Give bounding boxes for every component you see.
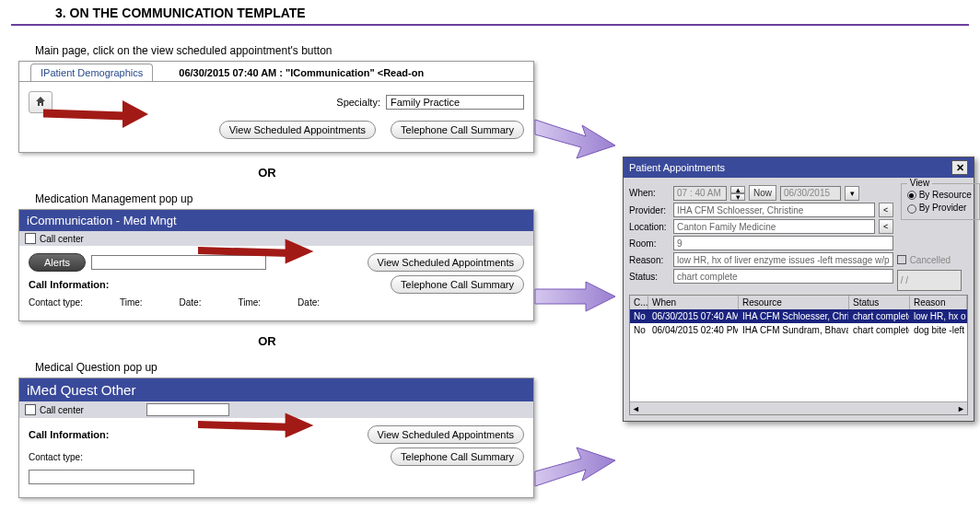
time-spinner-icon[interactable]: ▴▾	[730, 186, 745, 201]
reason-field[interactable]: low HR, hx of liver enzyme issues -left …	[673, 252, 893, 267]
scroll-left-icon[interactable]: ◄	[632, 404, 640, 413]
time-label: Time:	[120, 297, 143, 308]
cancelled-label: Cancelled	[910, 255, 951, 265]
when-date-field[interactable]: 06/30/2015	[780, 186, 841, 201]
table-cell: IHA CFM Schloesser, Christ...	[739, 309, 849, 323]
col-when[interactable]: When	[648, 296, 739, 309]
reason-label: Reason:	[629, 255, 670, 265]
red-instruction-arrow	[198, 239, 320, 264]
alerts-button[interactable]: Alerts	[29, 253, 86, 272]
by-provider-label: By Provider	[919, 203, 967, 213]
caption-quest: Medical Question pop up	[35, 361, 562, 374]
contact-type-label: Contact type:	[29, 452, 83, 462]
view-legend: View	[907, 178, 933, 188]
caption-med: Medication Management pop up	[35, 192, 562, 205]
tab-readonly-header: 06/30/2015 07:40 AM : "ICommunication" <…	[169, 64, 433, 81]
when-label: When:	[629, 188, 670, 198]
table-cell: IHA CFM Sundram, Bhavan...	[739, 323, 849, 337]
location-label: Location:	[629, 222, 670, 232]
by-resource-label: By Resource	[919, 190, 972, 200]
scroll-right-icon[interactable]: ►	[957, 404, 965, 413]
or-divider: OR	[9, 334, 525, 348]
or-divider: OR	[9, 166, 525, 180]
section-heading: 3. ON THE COMMUNICATION TEMPLATE	[11, 0, 969, 26]
table-cell: chart complete	[849, 323, 910, 337]
now-button[interactable]: Now	[749, 185, 776, 201]
status-label: Status:	[629, 272, 670, 282]
table-cell: No	[630, 323, 648, 337]
contact-type-label: Contact type:	[29, 297, 83, 308]
date-label-2: Date:	[298, 297, 320, 308]
view-scheduled-appointments-button[interactable]: View Scheduled Appointments	[368, 253, 524, 272]
table-cell: dog bite -left message w/a	[910, 323, 967, 337]
location-field[interactable]: Canton Family Medicine	[673, 219, 875, 234]
dialog-title: Patient Appointments	[629, 162, 725, 173]
grid-empty-area	[630, 337, 967, 401]
when-time-field[interactable]: 07 : 40 AM	[673, 186, 727, 201]
specialty-label: Specialty:	[336, 97, 380, 108]
specialty-field[interactable]: Family Practice	[386, 95, 524, 110]
col-cancelled[interactable]: C...	[630, 296, 648, 309]
call-center-label: Call center	[40, 405, 84, 415]
cancelled-date-field: / /	[897, 270, 962, 291]
red-instruction-arrow	[43, 100, 154, 128]
call-center-checkbox[interactable]	[25, 233, 36, 244]
table-cell: chart complete	[849, 309, 910, 323]
table-cell: 06/30/2015 07:40 AM	[648, 309, 739, 323]
imed-quest-title: iMed Quest Other	[19, 378, 533, 401]
room-label: Room:	[629, 238, 670, 249]
purple-flow-arrow	[531, 278, 619, 315]
view-groupbox: View By Resource By Provider	[901, 183, 980, 220]
red-instruction-arrow	[198, 413, 320, 438]
telephone-call-summary-button[interactable]: Telephone Call Summary	[391, 447, 524, 466]
table-cell: low HR, hx of liver enzyme	[910, 309, 967, 323]
lookup-icon[interactable]: <	[879, 219, 893, 234]
table-cell: No	[630, 309, 648, 323]
lookup-icon[interactable]: <	[879, 203, 893, 217]
time-label-2: Time:	[238, 297, 261, 308]
table-cell: 06/04/2015 02:40 PM	[648, 323, 739, 337]
table-row[interactable]: No06/04/2015 02:40 PMIHA CFM Sundram, Bh…	[630, 323, 967, 337]
call-center-checkbox[interactable]	[25, 404, 36, 415]
contact-type-field[interactable]	[29, 470, 194, 484]
call-information-label: Call Information:	[29, 429, 109, 440]
table-row[interactable]: No06/30/2015 07:40 AMIHA CFM Schloesser,…	[630, 309, 967, 323]
grid-header: C... When Resource Status Reason	[630, 296, 967, 309]
col-resource[interactable]: Resource	[739, 296, 849, 309]
tab-patient-demographics[interactable]: IPatient Demographics	[30, 64, 153, 81]
med-mngt-panel: iCommunication - Med Mngt Call center Al…	[18, 209, 534, 321]
purple-flow-arrow	[531, 109, 619, 164]
col-reason[interactable]: Reason	[910, 296, 967, 309]
call-information-label: Call Information:	[29, 279, 109, 290]
col-status[interactable]: Status	[849, 296, 910, 309]
close-icon[interactable]: ✕	[951, 160, 968, 175]
appointments-grid[interactable]: C... When Resource Status Reason No06/30…	[629, 295, 968, 415]
main-communication-panel: IPatient Demographics 06/30/2015 07:40 A…	[18, 61, 534, 153]
med-mngt-title: iCommunication - Med Mngt	[19, 210, 533, 231]
patient-appointments-dialog: Patient Appointments ✕ When: 07 : 40 AM …	[623, 157, 974, 422]
by-provider-radio[interactable]	[907, 204, 916, 214]
caption-main: Main page, click on the view scheduled a…	[35, 44, 562, 57]
telephone-call-summary-button[interactable]: Telephone Call Summary	[391, 275, 524, 294]
cancelled-checkbox[interactable]	[897, 255, 906, 264]
by-resource-radio[interactable]	[907, 191, 916, 200]
imed-quest-panel: iMed Quest Other Call center Call Inform…	[18, 378, 534, 498]
calendar-icon[interactable]: ▾	[845, 186, 859, 201]
call-center-label: Call center	[40, 234, 84, 244]
view-scheduled-appointments-button[interactable]: View Scheduled Appointments	[219, 121, 376, 139]
view-scheduled-appointments-button[interactable]: View Scheduled Appointments	[368, 425, 524, 444]
status-field[interactable]: chart complete	[673, 269, 893, 284]
provider-field[interactable]: IHA CFM Schloesser, Christine	[673, 203, 875, 217]
date-label: Date:	[180, 297, 202, 308]
purple-flow-arrow	[531, 442, 619, 497]
room-field[interactable]: 9	[673, 236, 893, 250]
horizontal-scrollbar[interactable]: ◄►	[630, 401, 967, 414]
telephone-call-summary-button[interactable]: Telephone Call Summary	[391, 121, 524, 139]
provider-label: Provider:	[629, 205, 670, 215]
